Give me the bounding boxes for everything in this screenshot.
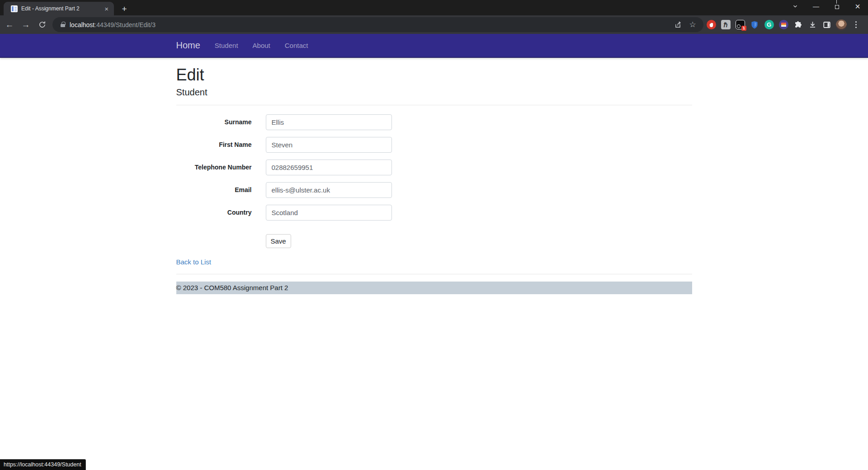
notification-badge: 1 <box>741 26 746 31</box>
tab-close-icon[interactable]: × <box>103 5 110 12</box>
footer-text: © 2023 - COM580 Assignment Part 2 <box>176 284 288 291</box>
country-input[interactable] <box>266 205 392 221</box>
link-status-bubble: https://localhost:44349/Student <box>0 459 86 470</box>
surname-input[interactable] <box>266 114 392 130</box>
grammarly-extension-icon[interactable]: G <box>762 18 776 32</box>
extensions-puzzle-icon[interactable] <box>791 18 805 32</box>
restore-icon <box>835 5 839 9</box>
url-host: localhost <box>70 21 94 28</box>
profile-avatar[interactable] <box>835 18 848 32</box>
purple-extension-icon[interactable] <box>777 18 790 32</box>
screenshot-extension-icon[interactable]: 1 <box>733 18 747 32</box>
url-text[interactable]: localhost:44349/Student/Edit/3 <box>70 21 669 28</box>
url-bar[interactable]: localhost:44349/Student/Edit/3 ☆ <box>52 17 703 32</box>
email-label: Email <box>176 182 252 198</box>
form-row: Country <box>176 205 692 221</box>
nav-link-about[interactable]: About <box>245 38 278 53</box>
restore-button[interactable] <box>826 0 847 13</box>
site-navbar: Home Student About Contact <box>0 34 868 58</box>
close-button[interactable]: × <box>847 0 868 13</box>
url-path: :44349/Student/Edit/3 <box>94 21 156 28</box>
country-label: Country <box>176 205 252 221</box>
forward-button[interactable]: → <box>19 18 33 32</box>
reload-button[interactable] <box>35 18 49 32</box>
footer-divider <box>176 274 692 274</box>
telephone-label: Telephone Number <box>176 160 252 175</box>
surname-label: Surname <box>176 114 252 130</box>
bookmark-star-icon[interactable]: ☆ <box>687 19 698 30</box>
browser-menu-icon[interactable] <box>849 18 863 32</box>
form-row: Surname <box>176 114 692 130</box>
form-row: Email <box>176 182 692 198</box>
nav-brand-home[interactable]: Home <box>176 40 200 51</box>
h-extension-icon[interactable]: ℏ <box>719 18 732 32</box>
window-controls: — × <box>785 0 868 13</box>
form-row: Telephone Number <box>176 160 692 175</box>
page-title: Edit <box>176 65 692 85</box>
back-to-list-link[interactable]: Back to List <box>176 258 212 266</box>
shield-extension-icon[interactable] <box>748 18 761 32</box>
browser-toolbar: ← → localhost:44349/Student/Edit/3 ☆ ℏ 1… <box>0 15 868 34</box>
divider <box>176 105 692 105</box>
share-icon[interactable] <box>673 19 684 30</box>
tab-search-chevron-icon[interactable] <box>785 0 806 13</box>
site-footer: © 2023 - COM580 Assignment Part 2 <box>176 282 692 294</box>
form-row: First Name <box>176 137 692 153</box>
nav-link-contact[interactable]: Contact <box>278 38 316 53</box>
save-button[interactable]: Save <box>266 234 291 248</box>
browser-tab[interactable]: Edit - Assignment Part 2 × <box>4 2 114 15</box>
hand-icon <box>707 20 716 29</box>
back-button[interactable]: ← <box>3 18 16 32</box>
edit-student-form: Surname First Name Telephone Number Emai… <box>176 114 692 248</box>
email-input[interactable] <box>266 182 392 198</box>
adblock-extension-icon[interactable] <box>704 18 718 32</box>
telephone-input[interactable] <box>266 160 392 175</box>
new-tab-button[interactable]: + <box>118 3 130 15</box>
nav-link-student[interactable]: Student <box>208 38 245 53</box>
lock-icon[interactable] <box>61 24 65 27</box>
tab-title: Edit - Assignment Part 2 <box>21 5 103 12</box>
minimize-button[interactable]: — <box>806 0 826 13</box>
main-content: Edit Student Surname First Name Telephon… <box>176 58 692 274</box>
page-favicon-icon <box>11 5 18 12</box>
side-panel-icon[interactable] <box>820 18 834 32</box>
page-subtitle: Student <box>176 87 692 98</box>
first-name-input[interactable] <box>266 137 392 153</box>
downloads-icon[interactable] <box>806 18 819 32</box>
browser-tab-bar: Edit - Assignment Part 2 × + — × <box>0 0 868 15</box>
first-name-label: First Name <box>176 137 252 153</box>
